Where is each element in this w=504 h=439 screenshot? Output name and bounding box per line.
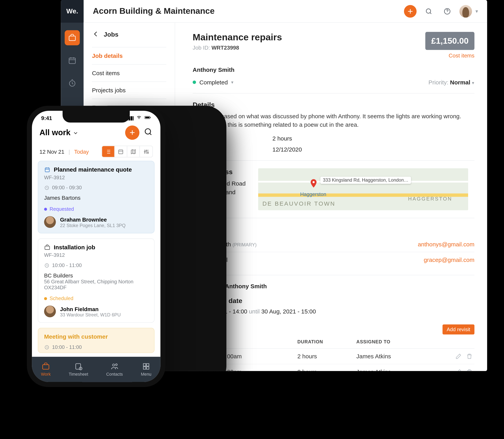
revisit-assigned: James Atkins [355,349,432,364]
job-id: WRT23998 [212,45,239,51]
contact-email[interactable]: gracep@gmail.com [347,256,475,263]
edit-icon[interactable] [455,368,462,371]
wifi-icon [136,115,142,121]
due-value: 12/12/2020 [273,146,302,153]
phone-add-button[interactable]: + [125,125,139,140]
battery-icon [144,115,151,121]
work-card[interactable]: Planned maintenance quote WF-3912 09:00 … [38,161,154,233]
contact-tag: (PRIMARY) [233,242,257,247]
svg-point-14 [147,152,148,153]
job-title: Maintenance repairs [193,32,282,43]
leftnav-cost-items[interactable]: Cost items [92,64,166,81]
revisit-duration: 2 hours [296,364,355,371]
tab-menu[interactable]: Menu [141,362,151,377]
sidebar-item-calendar[interactable] [64,53,80,68]
svg-rect-17 [45,246,50,249]
revisit-assigned: James Atkins [355,364,432,371]
contact-email[interactable]: anthonys@gmail.com [347,241,475,247]
sidebar-item-reminders[interactable] [64,75,80,91]
svg-point-3 [426,9,430,13]
avatar-icon [44,305,56,317]
card-ref: WF-3912 [44,174,148,181]
svg-rect-26 [147,364,149,366]
work-card[interactable]: Meeting with customer 10:00 - 11:00 [38,328,154,353]
tab-contacts[interactable]: Contacts [106,362,123,377]
map-town-1: DE BEAUVOIR TOWN [263,200,336,207]
seg-calendar-view[interactable] [114,146,127,157]
desktop-topbar: Acorn Building & Maintenance + ▾ [84,0,487,23]
chevron-down-icon: ▾ [472,80,475,85]
chevron-down-icon: ▾ [231,80,234,85]
card-status: Scheduled [44,295,148,302]
phone-search-button[interactable] [143,127,153,138]
svg-point-5 [313,181,315,183]
svg-rect-15 [45,168,49,171]
details-text: This job is based on what was discussed … [193,112,475,129]
scheduled-heading: Scheduled date [193,297,475,305]
topbar-search-button[interactable] [423,5,435,17]
priority-label: Priority: [428,79,449,85]
tab-timesheet[interactable]: Timesheet [69,362,88,377]
back-label: Jobs [104,31,118,37]
delete-icon[interactable] [466,368,473,371]
phone-frame: 9:41 All work + 12 Nov 21 | Today [27,106,165,387]
edit-icon[interactable] [455,353,462,359]
leftnav-job-details[interactable]: Job details [92,47,166,64]
svg-rect-11 [119,150,123,154]
seg-filter-view[interactable] [140,146,152,157]
sched-to: 30 Aug, 2021 - 15:00 [262,308,316,315]
card-ref: WF-3912 [44,252,148,258]
phone-notch [63,111,130,122]
cost-items-link[interactable]: Cost items [426,52,475,59]
svg-rect-9 [150,117,151,118]
work-card[interactable]: Installation job WF-3912 10:00 - 11:00 B… [38,239,154,323]
contact-phone: (44) 07939 555 980 [175,106,226,371]
svg-rect-28 [147,367,149,369]
toolbar-today[interactable]: Today [74,148,89,155]
revisit-row: 21/01/21 09:00am 2 hours James Atkins [193,364,475,371]
leftnav-projects-jobs[interactable]: Projects jobs [92,82,166,98]
svg-rect-1 [69,58,76,63]
delete-icon[interactable] [466,353,473,359]
site-map[interactable]: 333 Kingsland Rd, Haggerston, London… Ha… [258,168,468,210]
job-id-label: Job ID: [193,45,210,51]
seg-list-view[interactable] [102,146,114,157]
status-dot-icon [193,81,196,84]
contacts-heading: Contacts [193,226,475,233]
card-assignee: Graham Brownlee22 Stoke Poges Lane, SL1 … [44,216,148,228]
job-status[interactable]: Completed [200,79,228,85]
tab-work[interactable]: Work [41,362,50,377]
topbar-avatar[interactable] [459,5,472,17]
priority-select[interactable]: Normal [450,79,470,85]
app-logo: We. [61,0,84,23]
card-status: Requested [44,206,148,212]
svg-rect-20 [43,365,49,369]
seg-map-view[interactable] [127,146,140,157]
left-nav: Job details Cost items Projects jobs For… [92,47,166,116]
card-title: Meeting with customer [44,333,148,340]
phone-tabbar: Work Timesheet Contacts Menu [32,357,161,382]
map-pin-icon [309,178,319,188]
card-title: Planned maintenance quote [44,166,148,173]
topbar-add-button[interactable]: + [404,5,416,17]
add-revisit-button[interactable]: Add revisit [442,324,475,334]
map-place: Haggerston [300,191,326,197]
phone-view-title[interactable]: All work [39,128,79,137]
svg-point-13 [146,150,147,151]
back-to-jobs[interactable]: Jobs [92,30,166,38]
svg-point-10 [145,129,151,134]
svg-point-24 [115,364,117,366]
topbar-help-button[interactable] [441,5,454,17]
card-customer: James Bartons [44,195,148,201]
contact-row: Anthony Smith (PRIMARY) (44) 07939 432 1… [193,236,475,252]
card-customer: BC Builders [44,272,148,279]
card-assignee: John Fieldman33 Wardour Street, W1D 6PU [44,305,148,317]
svg-point-23 [113,364,114,366]
svg-rect-8 [145,117,150,118]
sidebar-item-work[interactable] [64,30,80,46]
toolbar-date: 12 Nov 21 [39,148,64,155]
sched-until: until [249,308,260,315]
card-time: 10:00 - 11:00 [44,344,148,350]
revisit-col-duration: DURATION [296,335,355,348]
chevron-down-icon: ▾ [476,8,478,14]
